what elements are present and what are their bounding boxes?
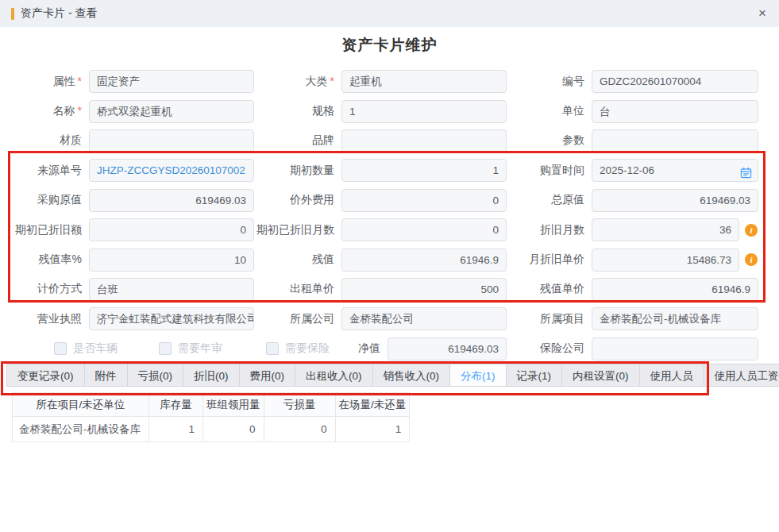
tab-sales-income[interactable]: 销售收入(0) — [373, 364, 451, 387]
window-title: 资产卡片 - 查看 — [21, 6, 97, 21]
tab-distribution[interactable]: 分布(1) — [450, 364, 507, 387]
tab-rental-income[interactable]: 出租收入(0) — [295, 364, 373, 387]
column-header: 亏损量 — [264, 393, 335, 417]
column-header: 库存量 — [149, 393, 203, 417]
calendar-icon[interactable] — [740, 164, 752, 182]
form-row: 来源单号JHZP-ZCCGYSD20260107002期初数量1购置时间2025… — [10, 156, 769, 185]
checkbox-is-vehicle[interactable] — [54, 342, 67, 355]
field-asset-name[interactable]: 桥式双梁起重机 — [89, 100, 254, 123]
field-owning-company[interactable]: 金桥装配公司 — [341, 307, 507, 330]
label-monthly-depreciation-price: 月折旧单价 — [507, 253, 592, 267]
field-business-license[interactable]: 济宁金虹装配式建筑科技有限公司 — [89, 307, 254, 330]
checkbox-row: 是否车辆需要年审需要保险净值619469.03保险公司 — [10, 334, 769, 364]
form-row: 残值率%10残值61946.9月折旧单价15486.73i — [10, 245, 769, 274]
tab-bar: 变更记录(0)附件亏损(0)折旧(0)费用(0)出租收入(0)销售收入(0)分布… — [6, 364, 779, 387]
label-rental-unit-price: 出租单价 — [254, 282, 341, 296]
field-initial-quantity[interactable]: 1 — [341, 159, 507, 182]
label-extra-fee: 价外费用 — [254, 193, 341, 207]
field-source-order-no[interactable]: JHZP-ZCCGYSD20260107002 — [89, 159, 254, 182]
field-purchase-original-value[interactable]: 619469.03 — [89, 189, 254, 212]
close-icon[interactable]: × — [754, 6, 770, 21]
label-insurance-company: 保险公司 — [507, 341, 592, 356]
field-depreciation-months[interactable]: 36 — [592, 218, 739, 241]
cell-qty: 1 — [335, 417, 410, 442]
field-net-value[interactable]: 619469.03 — [388, 337, 507, 360]
form-rows: 属性*固定资产大类*起重机编号GDZC202601070004名称*桥式双梁起重… — [0, 67, 769, 364]
field-params[interactable] — [592, 129, 758, 152]
tab-loss[interactable]: 亏损(0) — [128, 364, 184, 387]
tab-change-records[interactable]: 变更记录(0) — [6, 364, 85, 387]
field-extra-fee[interactable]: 0 — [341, 189, 507, 212]
field-initial-depreciated-months[interactable]: 0 — [341, 218, 507, 241]
field-residual-value[interactable]: 61946.9 — [341, 249, 507, 272]
field-residual-rate[interactable]: 10 — [89, 249, 254, 272]
field-rental-unit-price[interactable]: 500 — [341, 278, 507, 301]
label-initial-depreciated-months: 期初已折旧月数 — [254, 223, 341, 237]
label-business-license: 营业执照 — [10, 312, 89, 326]
form-row: 营业执照济宁金虹装配式建筑科技有限公司所属公司金桥装配公司所属项目金桥装配公司-… — [10, 304, 769, 333]
field-category[interactable]: 起重机 — [341, 70, 507, 93]
cell-project: 金桥装配公司-机械设备库 — [13, 417, 149, 442]
column-header: 所在项目/未还单位 — [13, 393, 149, 417]
checkbox-needs-insurance[interactable] — [266, 342, 279, 355]
label-unit: 单位 — [507, 104, 592, 118]
field-monthly-depreciation-price[interactable]: 15486.73 — [592, 249, 739, 272]
field-initial-depreciated-amount[interactable]: 0 — [89, 218, 254, 241]
label-owning-company: 所属公司 — [254, 312, 341, 326]
checkbox-item-needs-annual-review[interactable]: 需要年审 — [159, 341, 266, 356]
page-title: 资产卡片维护 — [0, 35, 779, 56]
tab-user-wages[interactable]: 使用人员工资(0) — [704, 364, 779, 387]
field-material[interactable] — [89, 129, 254, 152]
field-purchase-date[interactable]: 2025-12-06 — [592, 159, 758, 182]
field-insurance-company[interactable] — [592, 337, 758, 360]
column-header: 在场量/未还量 — [335, 393, 410, 417]
field-code[interactable]: GDZC202601070004 — [592, 70, 758, 93]
label-purchase-original-value: 采购原值 — [10, 193, 89, 207]
label-attribute: 属性* — [10, 75, 89, 89]
field-pricing-method[interactable]: 台班 — [89, 278, 254, 301]
label-code: 编号 — [507, 75, 592, 89]
tab-users[interactable]: 使用人员 — [640, 364, 704, 387]
checkbox-needs-annual-review[interactable] — [159, 342, 172, 355]
table-header-row: 所在项目/未还单位库存量班组领用量亏损量在场量/未还量 — [13, 393, 410, 417]
tab-records[interactable]: 记录(1) — [507, 364, 563, 387]
tab-expenses[interactable]: 费用(0) — [240, 364, 296, 387]
checkbox-label-needs-insurance: 需要保险 — [285, 341, 330, 356]
label-depreciation-months: 折旧月数 — [507, 223, 592, 237]
cell-qty: 1 — [149, 417, 203, 442]
form-row: 期初已折旧额0期初已折旧月数0折旧月数36i — [10, 215, 769, 245]
form-row: 名称*桥式双梁起重机规格1单位台 — [10, 96, 769, 125]
info-icon[interactable]: i — [745, 253, 758, 266]
field-attribute[interactable]: 固定资产 — [89, 70, 254, 93]
field-owning-project[interactable]: 金桥装配公司-机械设备库 — [592, 307, 758, 330]
field-brand[interactable] — [341, 129, 507, 152]
label-residual-unit-price: 残值单价 — [507, 282, 592, 296]
label-material: 材质 — [10, 133, 89, 148]
label-owning-project: 所属项目 — [507, 312, 592, 326]
label-initial-depreciated-amount: 期初已折旧额 — [10, 223, 89, 237]
label-params: 参数 — [507, 133, 592, 148]
tab-internal-rent-settings[interactable]: 内租设置(0) — [562, 364, 640, 387]
label-initial-quantity: 期初数量 — [254, 164, 341, 178]
field-total-original-value[interactable]: 619469.03 — [592, 189, 758, 212]
label-residual-value: 残值 — [254, 253, 341, 267]
label-net-value: 净值 — [327, 341, 388, 356]
field-unit[interactable]: 台 — [592, 100, 758, 123]
form-row: 属性*固定资产大类*起重机编号GDZC202601070004 — [10, 67, 769, 96]
required-asterisk: * — [78, 75, 82, 87]
table-row: 金桥装配公司-机械设备库1001 — [13, 417, 410, 442]
label-brand: 品牌 — [254, 133, 341, 148]
asset-card-window: 资产卡片 - 查看 × 资产卡片维护 属性*固定资产大类*起重机编号GDZC20… — [0, 0, 779, 532]
info-icon[interactable]: i — [745, 224, 758, 237]
label-spec: 规格 — [254, 104, 341, 118]
tab-attachments[interactable]: 附件 — [85, 364, 128, 387]
required-asterisk: * — [330, 75, 334, 87]
cell-qty: 0 — [264, 417, 335, 442]
tab-depreciation[interactable]: 折旧(0) — [183, 364, 240, 387]
form-row: 采购原值619469.03价外费用0总原值619469.03 — [10, 186, 769, 215]
checkbox-item-needs-insurance[interactable]: 需要保险 — [266, 341, 327, 356]
label-pricing-method: 计价方式 — [10, 282, 89, 296]
checkbox-item-is-vehicle[interactable]: 是否车辆 — [54, 341, 159, 356]
field-residual-unit-price[interactable]: 61946.9 — [592, 278, 758, 301]
field-spec[interactable]: 1 — [341, 100, 507, 123]
